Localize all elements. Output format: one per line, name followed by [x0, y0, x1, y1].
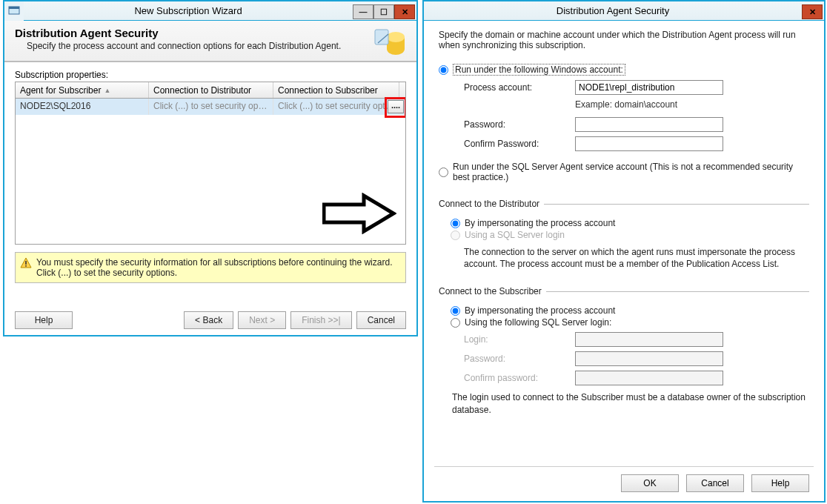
- new-subscription-wizard-window: New Subscription Wizard — ☐ ✕ Distributi…: [3, 0, 418, 336]
- svg-rect-7: [25, 265, 27, 267]
- radio-dist-sql-login-input: [451, 231, 460, 240]
- ok-button[interactable]: OK: [621, 474, 679, 492]
- sub-confirm-password-input: [575, 371, 723, 385]
- svg-rect-6: [25, 261, 27, 265]
- confirm-password-label: Confirm Password:: [464, 139, 575, 149]
- next-button: Next >: [238, 311, 286, 329]
- subscription-properties-label: Subscription properties:: [15, 70, 406, 80]
- radio-dist-sql-login: Using a SQL Server login: [451, 230, 809, 240]
- password-input[interactable]: [575, 117, 723, 132]
- login-input: [575, 332, 723, 347]
- radio-sub-sql-login-label: Using the following SQL Server login:: [465, 317, 611, 328]
- connect-subscriber-legend: Connect to the Subscriber: [439, 286, 546, 296]
- radio-run-under-windows-label: Run under the following Windows account:: [453, 64, 625, 76]
- header-subtitle: Specify the process account and connecti…: [27, 41, 371, 51]
- sub-password-row: Password:: [464, 351, 809, 366]
- dialog-button-bar: OK Cancel Help: [621, 474, 809, 492]
- info-panel: You must specify the security informatio…: [15, 252, 406, 283]
- table-row[interactable]: NODE2\SQL2016 Click (...) to set securit…: [16, 99, 405, 115]
- svg-rect-1: [9, 7, 19, 9]
- process-account-row: Process account:: [464, 80, 809, 95]
- svg-rect-5: [375, 30, 388, 44]
- radio-run-under-windows-input[interactable]: [439, 65, 448, 75]
- maximize-button[interactable]: ☐: [373, 4, 394, 19]
- radio-dist-sql-login-label: Using a SQL Server login: [465, 230, 565, 240]
- radio-sub-sql-login-input[interactable]: [451, 318, 460, 328]
- sub-note: The login used to connect to the Subscri…: [452, 391, 809, 415]
- dist-note: The connection to the server on which th…: [464, 246, 809, 270]
- process-account-input[interactable]: [575, 80, 723, 95]
- radio-sub-sql-login[interactable]: Using the following SQL Server login:: [451, 317, 809, 328]
- wizard-button-bar: Help < Back Next > Finish >>| Cancel: [4, 311, 416, 329]
- header-graphic-icon: [371, 27, 406, 56]
- radio-run-under-sql-agent[interactable]: Run under the SQL Server Agent service a…: [439, 162, 809, 182]
- cell-sub: Click (...) to set security opti...: [273, 99, 399, 115]
- radio-sub-impersonate[interactable]: By impersonating the process account: [451, 305, 809, 316]
- dialog-close-button[interactable]: ✕: [802, 4, 823, 19]
- annotation-arrow-icon: [322, 193, 396, 236]
- dialog-titlebar: Distribution Agent Security ✕: [424, 1, 824, 21]
- radio-dist-impersonate[interactable]: By impersonating the process account: [451, 218, 809, 228]
- dialog-title: Distribution Agent Security: [424, 5, 802, 16]
- radio-dist-impersonate-input[interactable]: [451, 219, 460, 228]
- dialog-cancel-button[interactable]: Cancel: [686, 474, 744, 492]
- radio-dist-impersonate-label: By impersonating the process account: [465, 218, 615, 228]
- dialog-intro-text: Specify the domain or machine account un…: [439, 30, 809, 50]
- radio-sub-impersonate-input[interactable]: [451, 306, 460, 316]
- login-label: Login:: [464, 334, 575, 345]
- info-text: You must specify the security informatio…: [36, 257, 401, 278]
- wizard-window-buttons: — ☐ ✕: [353, 2, 416, 19]
- col-agent-header-text: Agent for Subscriber: [20, 85, 101, 96]
- confirm-password-input[interactable]: [575, 136, 723, 151]
- wizard-body: Subscription properties: Agent for Subsc…: [4, 62, 416, 283]
- cell-dist: Click (...) to set security opti...: [149, 99, 273, 115]
- radio-run-under-windows[interactable]: Run under the following Windows account:: [439, 64, 809, 76]
- sub-confirm-password-row: Confirm password:: [464, 371, 809, 385]
- radio-run-under-sql-agent-input[interactable]: [439, 168, 448, 177]
- security-ellipsis-button[interactable]: ....: [388, 100, 404, 113]
- connect-distributor-legend: Connect to the Distributor: [439, 199, 544, 209]
- confirm-password-row: Confirm Password:: [464, 136, 809, 151]
- process-account-label: Process account:: [464, 82, 575, 93]
- cell-agent: NODE2\SQL2016: [16, 99, 149, 115]
- password-row: Password:: [464, 117, 809, 132]
- example-text: Example: domain\account: [575, 99, 809, 110]
- back-button[interactable]: < Back: [184, 311, 233, 329]
- sub-password-input: [575, 351, 723, 366]
- wizard-title: New Subscription Wizard: [24, 5, 353, 16]
- minimize-button[interactable]: —: [353, 4, 373, 19]
- distribution-agent-security-dialog: Distribution Agent Security ✕ Specify th…: [422, 0, 826, 503]
- dialog-separator: [434, 466, 814, 467]
- warning-icon: [20, 257, 33, 278]
- header-title: Distribution Agent Security: [15, 27, 371, 39]
- grid-header-row: Agent for Subscriber ▲ Connection to Dis…: [16, 82, 405, 99]
- col-dist-header[interactable]: Connection to Distributor: [149, 82, 273, 98]
- dialog-body: Specify the domain or machine account un…: [424, 21, 824, 416]
- sort-asc-icon: ▲: [104, 87, 110, 94]
- wizard-sys-icon: [4, 1, 24, 21]
- wizard-header: Distribution Agent Security Specify the …: [4, 21, 416, 62]
- col-agent-header[interactable]: Agent for Subscriber ▲: [16, 82, 149, 98]
- sub-password-label: Password:: [464, 354, 575, 364]
- help-button[interactable]: Help: [15, 311, 73, 329]
- radio-run-under-sql-agent-label: Run under the SQL Server Agent service a…: [453, 162, 809, 182]
- wizard-titlebar: New Subscription Wizard — ☐ ✕: [4, 1, 416, 21]
- password-label: Password:: [464, 119, 575, 130]
- cancel-button[interactable]: Cancel: [356, 311, 406, 329]
- connect-distributor-section: Connect to the Distributor By impersonat…: [439, 199, 809, 270]
- login-row: Login:: [464, 332, 809, 347]
- radio-sub-impersonate-label: By impersonating the process account: [465, 305, 615, 316]
- finish-button: Finish >>|: [290, 311, 351, 329]
- svg-point-4: [387, 32, 405, 42]
- connect-subscriber-section: Connect to the Subscriber By impersonati…: [439, 286, 809, 415]
- sub-confirm-password-label: Confirm password:: [464, 373, 575, 383]
- dialog-help-button[interactable]: Help: [751, 474, 809, 492]
- close-button[interactable]: ✕: [394, 4, 415, 19]
- col-sub-header[interactable]: Connection to Subscriber: [273, 82, 399, 98]
